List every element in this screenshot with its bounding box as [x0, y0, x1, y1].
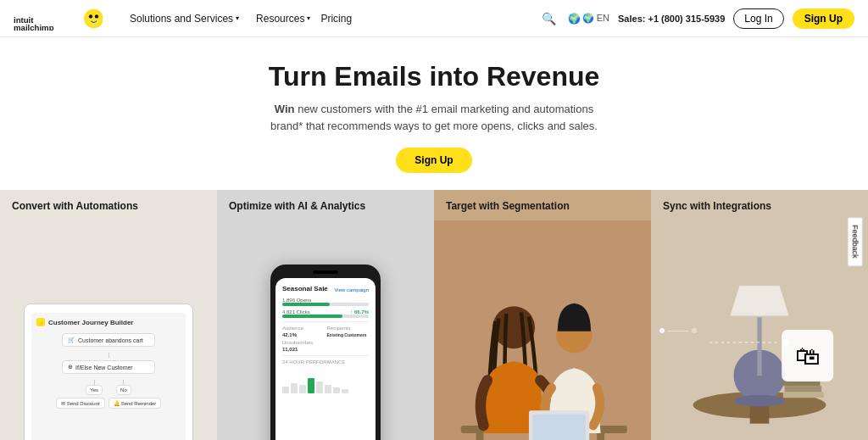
chart-bar: [342, 389, 348, 393]
clicks-bar-fill: [282, 315, 342, 318]
svg-rect-18: [757, 316, 761, 376]
clicks-pct: ↑ 66.7%: [350, 309, 369, 315]
feedback-tab[interactable]: Feedback: [848, 218, 863, 267]
panel-automations: Convert with Automations ⚡ Customer Jour…: [0, 190, 217, 440]
opens-bar: [282, 303, 369, 306]
phone-screen: Seasonal Sale View campaign 1,896 Opens: [275, 278, 376, 440]
hero-description: Win new customers with the #1 email mark…: [264, 101, 604, 134]
hero-section: Turn Emails into Revenue Win new custome…: [0, 37, 868, 190]
branch-no: No: [116, 380, 131, 395]
flow-branch: Yes No: [86, 380, 131, 395]
panel-ai-label: Optimize with AI & Analytics: [229, 200, 365, 212]
clicks-stat: 4,621 Clicks ↑ 66.7%: [282, 309, 369, 318]
clicks-bar: [282, 315, 369, 318]
automations-content: ⚡ Customer Journey Builder 🛒 Customer ab…: [0, 220, 217, 440]
phone-mockup: Seasonal Sale View campaign 1,896 Opens: [270, 265, 381, 440]
panel-ai: Optimize with AI & Analytics Seasonal Sa…: [217, 190, 434, 440]
laptop-screen: ⚡ Customer Journey Builder 🛒 Customer ab…: [31, 313, 186, 440]
audience-stat: Audience 42.1%: [282, 326, 325, 337]
dot-indicators: [659, 328, 697, 333]
unsubs-stat: Unsubscribes 11,021: [282, 340, 325, 352]
chart-bar: [291, 383, 298, 393]
nav-pricing[interactable]: Pricing: [320, 13, 352, 25]
flow-actions: ✉ Send Discount 🔔 Send Reminder: [56, 398, 162, 409]
language-flag[interactable]: 🌍 🌍 EN: [568, 13, 609, 25]
chart-bar: [308, 378, 314, 393]
signup-button-nav[interactable]: Sign Up: [793, 8, 854, 29]
panel-integrations: Sync with Integrations: [651, 190, 868, 440]
svg-point-5: [95, 14, 98, 18]
panel-integrations-label: Sync with Integrations: [663, 200, 771, 212]
people-image: [434, 220, 651, 440]
phone-number: Sales: +1 (800) 315-5939: [618, 14, 725, 24]
navigation: intuit mailchimp Solutions and Services …: [0, 0, 868, 37]
flow-node-cart: 🛒 Customer abandons cart: [62, 333, 155, 347]
dot-line: [668, 331, 688, 331]
flow-connector: [108, 353, 109, 358]
chart-bar: [333, 387, 340, 393]
branch-yes: Yes: [86, 380, 103, 395]
svg-point-4: [89, 14, 92, 18]
svg-rect-12: [532, 414, 585, 440]
opens-bar-fill: [282, 303, 330, 306]
hero-signup-button[interactable]: Sign Up: [396, 148, 471, 173]
svg-rect-8: [597, 433, 604, 440]
search-icon[interactable]: 🔍: [538, 8, 559, 29]
svg-rect-7: [476, 433, 484, 440]
chevron-down-icon: ▾: [236, 14, 239, 22]
phone-outer: Seasonal Sale View campaign 1,896 Opens: [270, 265, 381, 440]
dot: [692, 328, 697, 333]
mini-chart: [282, 368, 369, 393]
email-subject: Seasonal Sale: [282, 285, 328, 292]
recipients-stat: Recipients Existing Customers: [327, 326, 370, 337]
feature-panels: Convert with Automations ⚡ Customer Jour…: [0, 190, 868, 440]
logo[interactable]: intuit mailchimp: [14, 7, 103, 31]
dot-active: [659, 328, 665, 333]
divider: [282, 321, 369, 322]
nav-resources[interactable]: Resources ▾: [249, 9, 317, 28]
laptop-mockup: ⚡ Customer Journey Builder 🛒 Customer ab…: [24, 304, 193, 440]
chart-bar: [316, 382, 323, 393]
login-button[interactable]: Log In: [733, 8, 783, 29]
journey-header: ⚡ Customer Journey Builder: [36, 318, 181, 326]
svg-rect-20: [785, 386, 822, 392]
nav-right: 🔍 🌍 🌍 EN Sales: +1 (800) 315-5939 Log In…: [538, 8, 854, 29]
chart-bar: [282, 387, 289, 393]
nav-solutions[interactable]: Solutions and Services ▾: [123, 9, 246, 28]
hero-title: Turn Emails into Revenue: [17, 61, 851, 92]
svg-point-17: [734, 395, 786, 407]
phone-notch: [309, 270, 342, 275]
lamp-scene: 🛍: [651, 220, 868, 427]
opens-stat: 1,896 Opens: [282, 298, 369, 306]
svg-text:🛍: 🛍: [795, 342, 821, 370]
chart-bar: [299, 385, 306, 393]
view-campaign-link[interactable]: View campaign: [334, 287, 369, 292]
chart-bar: [325, 385, 331, 393]
svg-point-25: [782, 338, 790, 346]
svg-text:mailchimp: mailchimp: [14, 23, 54, 31]
svg-rect-19: [783, 392, 824, 398]
journey-icon: ⚡: [36, 318, 45, 326]
divider-2: [282, 355, 369, 356]
panel-segmentation-label: Target with Segmentation: [446, 200, 570, 212]
flow-node-ifelse: ⊕ If/Else New Customer: [62, 360, 155, 374]
svg-rect-15: [750, 405, 770, 424]
panel-segmentation: Target with Segmentation: [434, 190, 651, 440]
panel-automations-label: Convert with Automations: [12, 200, 138, 212]
nav-links: Solutions and Services ▾ Resources ▾ Pri…: [123, 9, 538, 28]
chevron-down-icon: ▾: [307, 14, 310, 22]
